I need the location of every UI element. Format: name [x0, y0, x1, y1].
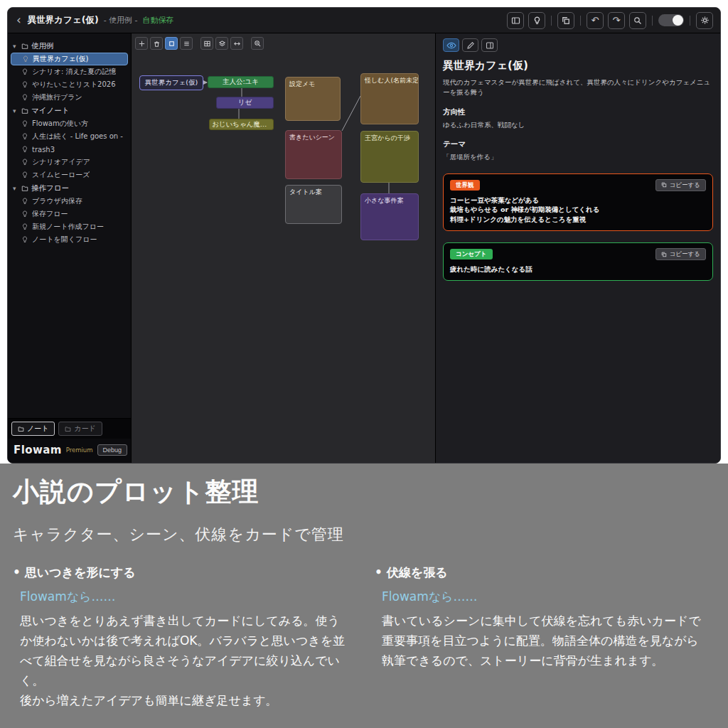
lightbulb-icon [21, 236, 28, 243]
edit-button[interactable] [462, 38, 478, 52]
world-card: 世界観 コピーする コーヒー豆や茶葉などがある栽培もやらせる or 神様が初期装… [443, 173, 713, 231]
sidebar-item[interactable]: trash3 [11, 143, 128, 156]
redo-button[interactable]: ↷ [608, 12, 625, 29]
list-view-button[interactable] [180, 37, 193, 50]
column-body: 書いているシーンに集中して伏線を忘れても赤いカードで重要事項を目立つように配置。… [382, 611, 709, 670]
copy-icon [661, 252, 667, 257]
sidebar-item[interactable]: 保存フロー [11, 208, 128, 220]
theme-label: テーマ [443, 139, 713, 149]
debug-button[interactable]: Debug [97, 444, 128, 456]
panel-toggle-button[interactable] [507, 12, 524, 29]
zoom-in-icon [254, 40, 262, 48]
undo-button[interactable]: ↶ [587, 12, 604, 29]
theme-toggle[interactable] [658, 14, 684, 26]
sidebar-item[interactable]: 新規ノート作成フロー [11, 220, 128, 233]
card-badge: コンセプト [450, 249, 493, 259]
node-label: 書きたいシーン [286, 131, 338, 178]
split-view-button[interactable] [481, 38, 498, 52]
concept-card: コンセプト コピーする 疲れた時に読みたくなる話 [443, 242, 713, 281]
tab-notes[interactable]: ノート [11, 422, 55, 436]
breadcrumb: - 使用例 - [104, 15, 138, 26]
canvas-nodes: 異世界カフェ(仮)主人公:ユキリゼおじいちゃん魔法使い設定メモ書きたいシーンタイ… [132, 33, 435, 463]
plus-icon [138, 40, 146, 48]
copy-button[interactable]: コピーする [655, 248, 706, 260]
canvas-node[interactable]: 小さな事件案 [360, 193, 419, 240]
lightbulb-icon [21, 198, 28, 205]
canvas[interactable]: 異世界カフェ(仮)主人公:ユキリゼおじいちゃん魔法使い設定メモ書きたいシーンタイ… [132, 33, 436, 463]
canvas-node[interactable]: 書きたいシーン [285, 130, 342, 179]
square-icon [168, 40, 176, 48]
zoom-in-button[interactable] [251, 37, 264, 50]
inspector-description: 現代のカフェマスターが異世界に飛ばされて、異世界の人々にドリンクやカフェメニュー… [443, 77, 713, 98]
sidebar-item[interactable]: やりたいことリスト2026 [11, 78, 128, 91]
chevron-down-icon: ▾ [13, 185, 18, 192]
plan-badge: Premium [66, 446, 93, 454]
node-label: 小さな事件案 [361, 194, 407, 240]
eye-icon [446, 42, 456, 49]
column-heading: • 伏線を張る [375, 564, 709, 581]
column-lead: Flowamなら…… [382, 589, 709, 605]
chevron-down-icon: ▾ [13, 107, 18, 114]
direction-label: 方向性 [443, 107, 713, 117]
sidebar-tabs: ノート カード [8, 418, 131, 439]
theme-value: 「居場所を作る」 [443, 153, 713, 162]
sidebar-item[interactable]: ブラウザ内保存 [11, 195, 128, 208]
card-header: コンセプト コピーする [450, 248, 706, 260]
sidebar-item[interactable]: シナリオ: 消えた夏の記憶 [11, 65, 128, 78]
hero-columns: • 思いつきを形にする Flowamなら…… 思いつきをとりあえず書き出してカー… [13, 564, 715, 710]
canvas-node[interactable]: 異世界カフェ(仮) [139, 75, 203, 90]
canvas-node[interactable]: 王宮からの干渉 [360, 131, 419, 183]
sidebar-section-header[interactable]: ▾操作フロー [8, 181, 131, 195]
duplicate-button[interactable] [557, 12, 574, 29]
fit-width-button[interactable] [230, 37, 243, 50]
tab-label: ノート [27, 424, 48, 434]
list-icon [183, 40, 191, 48]
sidebar-item[interactable]: ノートを開くフロー [11, 233, 128, 246]
copy-label: コピーする [670, 181, 700, 188]
sidebar-item[interactable]: 沖縄旅行プラン [11, 91, 128, 104]
card-body: 疲れた時に読みたくなる話 [450, 264, 706, 274]
sidebar-section-header[interactable]: ▾使用例 [8, 39, 131, 53]
sidebar-item[interactable]: 異世界カフェ(仮) [11, 53, 128, 65]
sidebar-tree: ▾使用例異世界カフェ(仮)シナリオ: 消えた夏の記憶やりたいことリスト2026沖… [8, 33, 131, 418]
hero-section: 小説のプロット整理 キャラクター、シーン、伏線をカードで管理 • 思いつきを形に… [0, 464, 728, 728]
tab-cards[interactable]: カード [58, 422, 102, 436]
lightbulb-icon [21, 159, 28, 166]
node-label: 設定メモ [286, 77, 318, 120]
folder-icon [65, 426, 71, 432]
sidebar-item[interactable]: 人生は続く - Life goes on - [11, 130, 128, 143]
gear-icon [700, 16, 710, 25]
node-label: 怪しむ人(名前未定… [361, 74, 418, 124]
canvas-node[interactable]: 設定メモ [285, 77, 341, 121]
hint-button[interactable] [528, 12, 545, 29]
preview-button[interactable] [443, 38, 459, 52]
brand-logo: Flowam [14, 444, 62, 456]
canvas-node[interactable]: おじいちゃん魔法使い [209, 119, 274, 130]
card-badge: 世界観 [450, 180, 480, 191]
sidebar-section-header[interactable]: ▾マイノート [8, 104, 131, 117]
sidebar-item[interactable]: シナリオアイデア [11, 156, 128, 168]
lightbulb-icon [21, 120, 28, 127]
delete-node-button[interactable] [150, 37, 163, 50]
copy-button[interactable]: コピーする [655, 179, 706, 191]
sidebar-item[interactable]: Flowamの使い方 [11, 117, 128, 130]
board-view-button[interactable] [200, 37, 213, 50]
layers-icon [218, 40, 226, 48]
sidebar-item[interactable]: スイムヒーローズ [11, 168, 128, 181]
canvas-node[interactable]: 怪しむ人(名前未定… [360, 73, 419, 124]
lightbulb-icon [21, 68, 28, 75]
canvas-node[interactable]: リゼ [216, 97, 274, 109]
color-fill-button[interactable] [165, 37, 178, 50]
add-node-button[interactable] [135, 37, 148, 50]
settings-button[interactable] [696, 12, 713, 29]
folder-icon [21, 43, 28, 50]
canvas-node[interactable]: 主人公:ユキ [208, 76, 274, 88]
column-heading: • 思いつきを形にする [13, 564, 347, 581]
card-line: 栽培もやらせる or 神様が初期装備としてくれる [450, 205, 706, 215]
search-button[interactable] [629, 12, 646, 29]
layers-button[interactable] [215, 37, 228, 50]
lightbulb-icon [21, 146, 28, 153]
lightbulb-icon [21, 210, 28, 218]
canvas-node[interactable]: タイトル案 [285, 185, 342, 224]
back-button[interactable]: ‹ [15, 14, 23, 26]
